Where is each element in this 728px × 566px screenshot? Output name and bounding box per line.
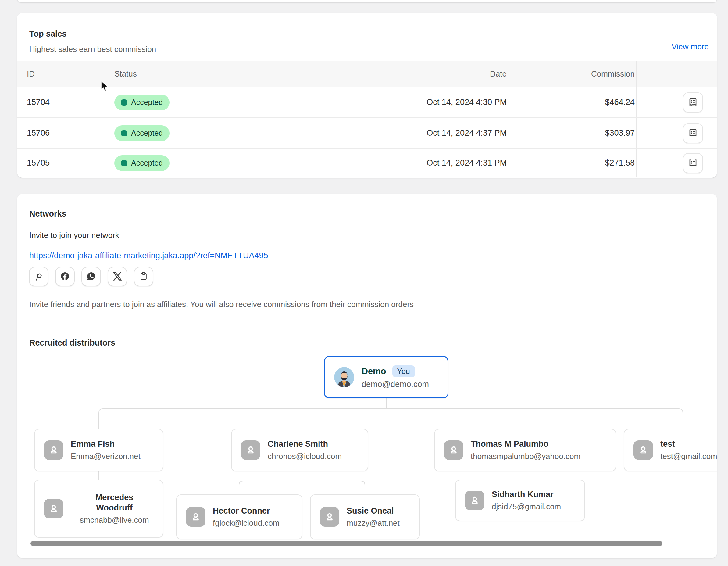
status-badge-label: Accepted — [131, 129, 163, 137]
status-badge: Accepted — [114, 155, 170, 171]
status-dot-icon — [121, 160, 127, 166]
networks-subtitle: Invite to join your network — [29, 230, 119, 240]
status-badge-label: Accepted — [131, 98, 163, 107]
view-receipt-button[interactable] — [683, 92, 703, 112]
distributor-name: Hector Conner — [213, 506, 280, 516]
networks-card: Networks Invite to join your network htt… — [17, 194, 717, 558]
sale-id: 15705 — [27, 158, 50, 168]
status-badge: Accepted — [114, 94, 170, 110]
distributor-name: Thomas M Palumbo — [471, 439, 580, 449]
person-avatar-icon — [320, 507, 339, 527]
distributor-email: smcnabb@live.com — [71, 515, 158, 525]
top-sales-subtitle: Highest sales earn best commission — [29, 44, 156, 54]
table-header: ID Status Date Commission — [17, 61, 717, 87]
status-dot-icon — [121, 130, 127, 136]
distributor-email: thomasmpalumbo@yahoo.com — [471, 451, 580, 461]
pinterest-share-button[interactable] — [29, 267, 48, 287]
column-header-status: Status — [114, 69, 137, 79]
person-avatar-icon — [465, 491, 484, 510]
distributor-name: test — [660, 439, 717, 449]
view-more-link[interactable]: View more — [672, 42, 709, 52]
sale-commission: $303.97 — [605, 128, 635, 138]
tree-node-distributor[interactable]: Hector Conner fglock@icloud.com — [176, 494, 302, 539]
person-avatar-icon — [186, 507, 205, 527]
distributor-email: muzzy@att.net — [347, 518, 400, 528]
receipt-icon — [688, 157, 698, 169]
person-avatar-icon — [44, 440, 63, 460]
tree-node-distributor[interactable]: Thomas M Palumbo thomasmpalumbo@yahoo.co… — [434, 429, 616, 472]
invite-description: Invite friends and partners to join as a… — [29, 300, 414, 309]
status-badge: Accepted — [114, 125, 170, 141]
x-share-button[interactable] — [108, 267, 127, 287]
previous-card-bottom-edge — [17, 0, 717, 2]
sale-commission: $464.24 — [605, 98, 635, 107]
facebook-icon — [59, 270, 71, 283]
distributor-name: Mercedes Woodruff — [87, 492, 142, 513]
sale-date: Oct 14, 2024 4:30 PM — [426, 98, 507, 107]
top-sales-title: Top sales — [29, 29, 67, 39]
page: Top sales Highest sales earn best commis… — [0, 0, 728, 566]
facebook-share-button[interactable] — [55, 267, 75, 287]
share-buttons-row — [29, 267, 153, 287]
column-header-commission: Commission — [591, 69, 635, 79]
person-avatar-icon — [444, 440, 463, 460]
column-header-id: ID — [27, 69, 35, 79]
invite-link[interactable]: https://demo-jaka-affiliate-marketing.ja… — [29, 251, 268, 260]
x-icon — [112, 271, 123, 282]
tree-node-distributor[interactable]: Emma Fish Emma@verizon.net — [34, 429, 163, 472]
table-row: 15704 Accepted Oct 14, 2024 4:30 PM $464… — [17, 87, 717, 117]
root-node-name: Demo — [362, 366, 386, 376]
distributor-name: Sidharth Kumar — [492, 489, 561, 500]
person-avatar-icon — [241, 440, 260, 460]
column-header-date: Date — [490, 69, 507, 79]
receipt-icon — [688, 97, 698, 108]
whatsapp-share-button[interactable] — [81, 267, 101, 287]
tree-node-distributor[interactable]: Charlene Smith chronos@icloud.com — [231, 429, 368, 472]
clipboard-icon — [138, 271, 149, 283]
distributor-name: Susie Oneal — [347, 506, 400, 516]
table-row: 15706 Accepted Oct 14, 2024 4:37 PM $303… — [17, 117, 717, 148]
receipt-icon — [688, 127, 698, 139]
distributor-email: djsid75@gmail.com — [492, 501, 561, 512]
distributor-name: Charlene Smith — [268, 439, 342, 449]
distributor-email: test@gmail.com — [660, 451, 717, 461]
top-sales-card: Top sales Highest sales earn best commis… — [17, 13, 717, 178]
view-receipt-button[interactable] — [683, 123, 703, 143]
tree-node-distributor[interactable]: Susie Oneal muzzy@att.net — [310, 494, 420, 539]
mouse-cursor — [100, 80, 110, 94]
horizontal-scrollbar-thumb[interactable] — [30, 541, 662, 546]
distributor-name: Emma Fish — [71, 439, 141, 449]
tree-node-root[interactable]: Demo You demo@demo.com — [324, 356, 448, 398]
sale-id: 15706 — [27, 128, 50, 138]
sale-id: 15704 — [27, 98, 50, 107]
sale-date: Oct 14, 2024 4:31 PM — [426, 158, 507, 168]
pinterest-icon — [33, 271, 44, 283]
recruited-distributors-title: Recruited distributors — [29, 338, 115, 348]
view-receipt-button[interactable] — [683, 153, 703, 173]
you-badge: You — [392, 365, 415, 377]
sale-date: Oct 14, 2024 4:37 PM — [426, 128, 507, 138]
person-avatar-icon — [44, 499, 63, 518]
demo-avatar — [334, 367, 354, 387]
table-row: 15705 Accepted Oct 14, 2024 4:31 PM $271… — [17, 148, 717, 177]
sale-commission: $271.58 — [605, 158, 635, 168]
person-avatar-icon — [633, 440, 653, 460]
distributor-email: fglock@icloud.com — [213, 518, 280, 528]
distributor-email: chronos@icloud.com — [268, 451, 342, 461]
section-divider — [17, 318, 717, 319]
distributor-email: Emma@verizon.net — [71, 451, 141, 461]
status-badge-label: Accepted — [131, 158, 163, 167]
status-dot-icon — [121, 99, 127, 105]
tree-node-distributor[interactable]: Sidharth Kumar djsid75@gmail.com — [455, 480, 585, 521]
copy-link-button[interactable] — [134, 267, 153, 287]
tree-node-distributor[interactable]: test test@gmail.com — [624, 429, 717, 472]
root-node-email: demo@demo.com — [362, 380, 429, 389]
tree-node-distributor[interactable]: Mercedes Woodruff smcnabb@live.com — [34, 480, 163, 538]
whatsapp-icon — [85, 270, 97, 283]
networks-title: Networks — [29, 209, 66, 219]
